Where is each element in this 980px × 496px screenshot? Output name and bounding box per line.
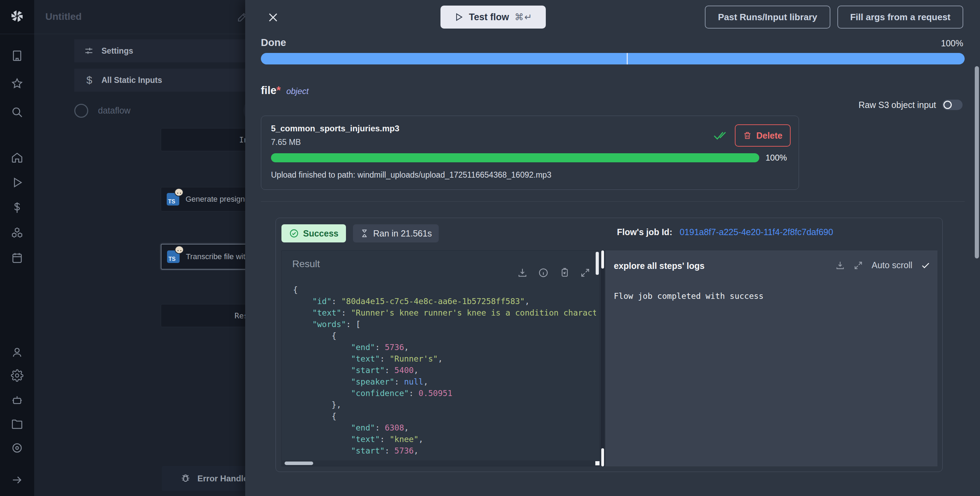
logs-icon[interactable] xyxy=(11,442,23,454)
edit-title-pencil-icon[interactable] xyxy=(237,11,245,23)
play-icon xyxy=(454,12,463,22)
test-flow-shortcut: ⌘↵ xyxy=(515,12,533,23)
expand-icon[interactable] xyxy=(580,268,590,278)
typescript-badge: TS xyxy=(167,250,180,263)
upload-status-text: Upload finished to path: windmill_upload… xyxy=(271,170,551,180)
upload-progress-bar xyxy=(271,153,759,162)
dataflow-label: dataflow xyxy=(98,106,130,116)
flow-title: Untitled xyxy=(45,11,82,22)
node-generate-presigned[interactable]: TS Generate presigne xyxy=(161,187,245,211)
auto-scroll-label: Auto scroll xyxy=(872,260,912,270)
workers-icon[interactable] xyxy=(11,394,23,406)
node-input[interactable]: Input xyxy=(161,128,245,151)
sliders-icon xyxy=(84,46,94,56)
upload-percent: 100% xyxy=(765,153,787,163)
node-result[interactable]: Result xyxy=(161,304,245,327)
home-icon[interactable] xyxy=(11,151,23,164)
flow-progress-bar xyxy=(261,53,965,65)
past-runs-button[interactable]: Past Runs/Input library xyxy=(705,6,830,29)
toggle-knob xyxy=(943,101,952,109)
static-inputs-menu-item[interactable]: $ All Static Inputs xyxy=(74,69,245,92)
dollar-icon: $ xyxy=(84,74,94,86)
file-name: 5_common_sports_injuries.mp3 xyxy=(271,124,399,133)
panels-resize-divider[interactable] xyxy=(601,250,605,466)
raw-s3-toggle[interactable] xyxy=(942,100,963,110)
job-id-link[interactable]: 0191a8f7-a225-4e20-11f4-2f8fc7daf690 xyxy=(680,227,833,237)
run-status-row: Success Ran in 21.561s Flow's job Id: 01… xyxy=(282,223,937,244)
windmill-flow-editor-screen: Untitled Settings $ All Static Inputs da… xyxy=(0,0,980,496)
result-json[interactable]: { "id": "80da4e15-c7c5-4e8c-aa6e-1b57258… xyxy=(293,284,596,458)
test-flow-label: Test flow xyxy=(469,12,509,23)
logs-header: explore all steps' logs Auto scroll xyxy=(614,260,931,274)
copy-icon[interactable] xyxy=(559,268,570,278)
duration-chip: Ran in 21.561s xyxy=(353,224,439,242)
raw-s3-row: Raw S3 object input xyxy=(859,100,963,110)
rail-divider xyxy=(0,34,34,34)
collapse-icon[interactable] xyxy=(11,474,23,486)
typescript-badge: TS xyxy=(167,193,179,206)
folders-icon[interactable] xyxy=(11,418,23,431)
status-label: Success xyxy=(303,228,338,239)
download-icon[interactable] xyxy=(835,260,845,270)
bug-icon xyxy=(180,473,191,484)
node-result-label: Result xyxy=(235,311,245,320)
scrollbar-thumb[interactable] xyxy=(285,461,313,465)
hourglass-icon xyxy=(360,229,369,238)
node-input-label: Input xyxy=(239,135,245,144)
settings-menu-item[interactable]: Settings xyxy=(74,40,245,62)
uploaded-file-card: 5_common_sports_injuries.mp3 7.65 MB 100… xyxy=(261,116,799,190)
search-icon[interactable] xyxy=(11,106,23,119)
section-divider xyxy=(261,201,965,202)
flow-graph: Input TS Generate presigne TS xyxy=(34,125,245,369)
divider-handle[interactable] xyxy=(601,448,604,466)
windmill-logo[interactable] xyxy=(8,8,26,25)
logs-actions: Auto scroll xyxy=(835,260,931,270)
info-icon[interactable] xyxy=(538,268,549,278)
result-panel-actions xyxy=(517,268,590,278)
trash-icon xyxy=(743,131,752,140)
flow-topbar: Untitled xyxy=(34,0,245,34)
status-badge: Success xyxy=(282,224,346,242)
required-asterisk: * xyxy=(277,84,281,97)
check-icon[interactable] xyxy=(921,260,931,270)
delete-file-button[interactable]: Delete xyxy=(735,124,791,147)
error-handler-node[interactable]: Error Handler xyxy=(162,466,245,491)
schedules-icon[interactable] xyxy=(11,252,23,264)
expand-icon[interactable] xyxy=(853,260,863,270)
resources-icon[interactable] xyxy=(11,227,23,239)
building-icon[interactable] xyxy=(11,49,23,62)
test-flow-drawer: Test flow ⌘↵ Past Runs/Input library Fil… xyxy=(245,0,980,496)
delete-label: Delete xyxy=(756,131,782,141)
progress-step-divider xyxy=(627,53,628,65)
progress-percent: 100% xyxy=(941,38,963,48)
gear-icon[interactable] xyxy=(11,369,23,382)
user-icon[interactable] xyxy=(11,346,23,359)
upload-success-check-icon xyxy=(713,129,729,143)
close-icon[interactable] xyxy=(267,11,279,24)
scrollbar-corner xyxy=(595,461,600,465)
download-icon[interactable] xyxy=(517,268,528,278)
node-generate-label: Generate presigne xyxy=(179,195,245,204)
result-horizontal-scrollbar[interactable] xyxy=(282,461,600,466)
runs-icon[interactable] xyxy=(11,176,23,189)
drawer-scrollbar[interactable] xyxy=(975,66,979,258)
logs-title: explore all steps' logs xyxy=(614,261,705,271)
result-vertical-scrollbar[interactable] xyxy=(596,252,599,275)
fill-args-button[interactable]: Fill args from a request xyxy=(837,6,963,29)
variables-icon[interactable] xyxy=(11,201,23,214)
star-icon[interactable] xyxy=(11,77,23,90)
file-size: 7.65 MB xyxy=(271,138,301,147)
run-result-card: Success Ran in 21.561s Flow's job Id: 01… xyxy=(275,218,943,472)
progress-status-label: Done xyxy=(261,37,286,48)
dataflow-toggle[interactable] xyxy=(74,104,88,118)
arg-field-label: file*object xyxy=(261,84,309,97)
settings-label: Settings xyxy=(102,46,133,56)
raw-s3-label: Raw S3 object input xyxy=(859,100,936,110)
error-handler-label: Error Handler xyxy=(197,474,245,483)
test-flow-button[interactable]: Test flow ⌘↵ xyxy=(441,6,546,29)
bun-icon xyxy=(175,246,184,254)
bun-icon xyxy=(174,188,183,196)
node-transcribe[interactable]: TS Transcribe file with As xyxy=(161,244,245,269)
divider-handle[interactable] xyxy=(601,250,604,269)
left-rail xyxy=(0,0,34,496)
